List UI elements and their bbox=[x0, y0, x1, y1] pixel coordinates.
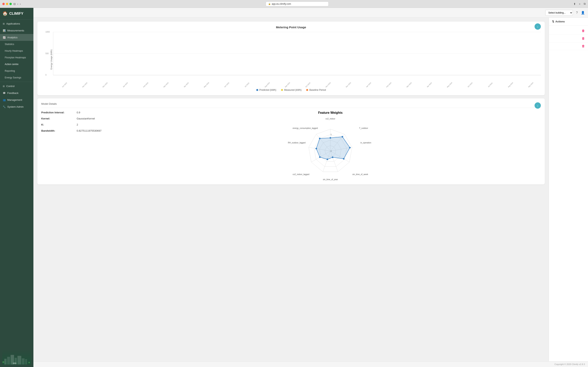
logo-text: CLIMIFY bbox=[9, 12, 23, 16]
applications-icon: ⊞ bbox=[3, 22, 5, 25]
management-label: Management bbox=[7, 99, 22, 101]
sidebar-item-statistics[interactable]: Statistics bbox=[0, 41, 34, 48]
model-params: Prediction Interval: 0.9 Kernel: Gaussia… bbox=[41, 111, 112, 181]
param-label-bandwidth: Bandwidth: bbox=[41, 129, 77, 132]
bars-area bbox=[53, 32, 541, 75]
delete-icon-1[interactable]: 🗑 bbox=[582, 29, 585, 33]
help-icon[interactable]: ? bbox=[576, 11, 578, 15]
reporting-label: Reporting bbox=[5, 70, 15, 72]
system-admin-label: System Admin bbox=[7, 105, 24, 108]
bar-chart: Energy Usage (kWh) 1000 500 bbox=[41, 32, 541, 87]
delete-icon-3[interactable]: 🗑 bbox=[582, 44, 585, 48]
maximize-button[interactable] bbox=[9, 3, 12, 5]
radar-label-energy-consumption-lagged: energy_consumption_lagged bbox=[293, 127, 318, 129]
radar-label-t-outdoor: T_outdoor bbox=[359, 127, 368, 129]
new-tab-icon[interactable]: + bbox=[579, 2, 580, 6]
building-select[interactable]: Select building... bbox=[545, 10, 573, 16]
radar-chart: co2_indoor T_outdoor in_operation sin_ti… bbox=[291, 118, 370, 181]
sidebar-item-applications[interactable]: ⊞ Applications bbox=[0, 20, 34, 27]
model-details-title: Model Details bbox=[41, 102, 541, 108]
model-details-layout: Prediction Interval: 0.9 Kernel: Gaussia… bbox=[41, 111, 541, 181]
param-row-bandwidth: Bandwidth: 0.8275111975530697 bbox=[41, 129, 112, 132]
svg-rect-1 bbox=[7, 357, 10, 364]
actions-sort-icon: ⇅ bbox=[552, 20, 554, 23]
x-labels: Oct 2022Nov 2022Dec 2022Jan 2023Feb 2023… bbox=[53, 84, 541, 86]
actions-panel: ⇅ Actions 🗑 🗑 🗑 bbox=[549, 18, 588, 361]
logo-icon: 🏠 bbox=[2, 11, 8, 16]
back-icon[interactable]: ‹ bbox=[17, 2, 18, 6]
minimize-button[interactable] bbox=[6, 3, 8, 5]
close-button[interactable] bbox=[2, 3, 5, 5]
feedback-icon: 💬 bbox=[3, 92, 6, 94]
svg-point-8 bbox=[28, 362, 30, 363]
param-value-k: 2 bbox=[77, 123, 78, 126]
control-icon: ⊞ bbox=[3, 85, 5, 88]
windows-icon[interactable]: ⧉ bbox=[584, 2, 586, 6]
analytics-label: Analytics bbox=[7, 36, 17, 39]
radar-label-co2-indoor-lagged: co2_indoor_lagged bbox=[293, 173, 309, 175]
energy-savings-label: Energy Savings bbox=[5, 76, 21, 79]
sidebar-item-system-admin[interactable]: 🔧 System Admin bbox=[0, 103, 34, 110]
model-details-card: Model Details Prediction Interval: 0.9 K… bbox=[37, 99, 545, 184]
sidebar-item-measurements[interactable]: 📊 Measurements bbox=[0, 27, 34, 34]
sidebar-toggle-icon[interactable]: ⊟ bbox=[13, 2, 16, 6]
applications-label: Applications bbox=[6, 22, 20, 25]
sidebar-item-feedback[interactable]: 💬 Feedback bbox=[0, 90, 34, 96]
action-item-2: 🗑 bbox=[549, 35, 588, 42]
action-item-1: 🗑 bbox=[549, 27, 588, 35]
svg-rect-5 bbox=[22, 358, 25, 364]
address-bar[interactable]: 🔒 app.eu.climify.com bbox=[266, 1, 328, 6]
legend-measured-label: Measured (kWh) bbox=[284, 89, 302, 91]
svg-rect-6 bbox=[25, 359, 27, 364]
city-graphic bbox=[2, 349, 31, 365]
download-chart-button[interactable]: ↓ bbox=[535, 23, 541, 30]
download-radar-button[interactable]: ↓ bbox=[535, 102, 541, 109]
url-text: app.eu.climify.com bbox=[272, 3, 291, 5]
radar-label-in-operation: in_operation bbox=[361, 142, 371, 144]
sidebar-item-floorplan-heatmaps[interactable]: Floorplan Heatmaps bbox=[0, 54, 34, 61]
actions-list: 🗑 🗑 🗑 bbox=[549, 25, 588, 52]
sidebar-nav: ⊞ Applications 📊 Measurements 📈 Analytic… bbox=[0, 19, 34, 111]
predicted-dot bbox=[256, 89, 258, 91]
title-bar: ⊟ ‹ › 🔒 app.eu.climify.com ⬆ + ⧉ bbox=[0, 0, 588, 8]
svg-rect-9 bbox=[13, 362, 17, 364]
svg-rect-0 bbox=[4, 359, 7, 364]
metering-point-chart-card: Metering Point Usage ↓ Energy Usage (kWh… bbox=[37, 22, 545, 95]
floorplan-heatmaps-label: Floorplan Heatmaps bbox=[5, 56, 26, 59]
title-bar-right: ⬆ + ⧉ bbox=[573, 2, 586, 6]
sidebar-item-action-centre[interactable]: Action centre bbox=[0, 61, 34, 67]
grid-label-500: 500 bbox=[45, 52, 49, 54]
forward-icon[interactable]: › bbox=[20, 2, 21, 6]
action-item-3: 🗑 bbox=[549, 42, 588, 50]
radar-section: Feature Weights ↓ co2_indoor T_outdoor i… bbox=[120, 111, 541, 181]
param-row-kernel: Kernel: GaussianKernel bbox=[41, 117, 112, 120]
share-icon[interactable]: ⬆ bbox=[573, 2, 576, 6]
delete-icon-2[interactable]: 🗑 bbox=[582, 37, 585, 40]
sidebar-divider-1 bbox=[0, 82, 34, 82]
param-value-kernel: GaussianKernel bbox=[77, 117, 95, 120]
grid-label-0: 0 bbox=[45, 74, 47, 76]
footer-text: Copyright © 2020 Climify v2.8.3 bbox=[554, 363, 585, 366]
sidebar-item-control[interactable]: ⊞ Control bbox=[0, 83, 34, 90]
top-bar: Select building... ? 👤 bbox=[34, 8, 588, 18]
control-label: Control bbox=[6, 85, 15, 88]
param-label-prediction-interval: Prediction Interval: bbox=[41, 111, 77, 114]
svg-point-7 bbox=[2, 361, 4, 363]
traffic-lights bbox=[2, 3, 12, 5]
sidebar-item-energy-savings[interactable]: Energy Savings bbox=[0, 74, 34, 81]
user-icon[interactable]: 👤 bbox=[581, 11, 585, 15]
actions-title: Actions bbox=[555, 20, 565, 23]
sidebar: 🏠 CLIMIFY ⊞ Applications 📊 Measurements … bbox=[0, 8, 34, 367]
sidebar-item-management[interactable]: 👥 Management bbox=[0, 96, 34, 103]
sidebar-item-reporting[interactable]: Reporting bbox=[0, 67, 34, 74]
action-centre-label: Action centre bbox=[5, 63, 18, 66]
hourly-heatmaps-label: Hourly Heatmaps bbox=[5, 50, 23, 52]
svg-rect-4 bbox=[17, 356, 21, 364]
radar-label-sin-time-of-week: sin_time_of_week bbox=[352, 173, 368, 175]
radar-label-sin-time-of-year: sin_time_of_year bbox=[323, 178, 338, 181]
param-row-k: K: 2 bbox=[41, 123, 112, 126]
sidebar-item-analytics[interactable]: 📈 Analytics bbox=[0, 34, 34, 41]
actions-header: ⇅ Actions bbox=[549, 18, 588, 25]
sidebar-item-hourly-heatmaps[interactable]: Hourly Heatmaps bbox=[0, 48, 34, 54]
statistics-label: Statistics bbox=[5, 43, 14, 46]
